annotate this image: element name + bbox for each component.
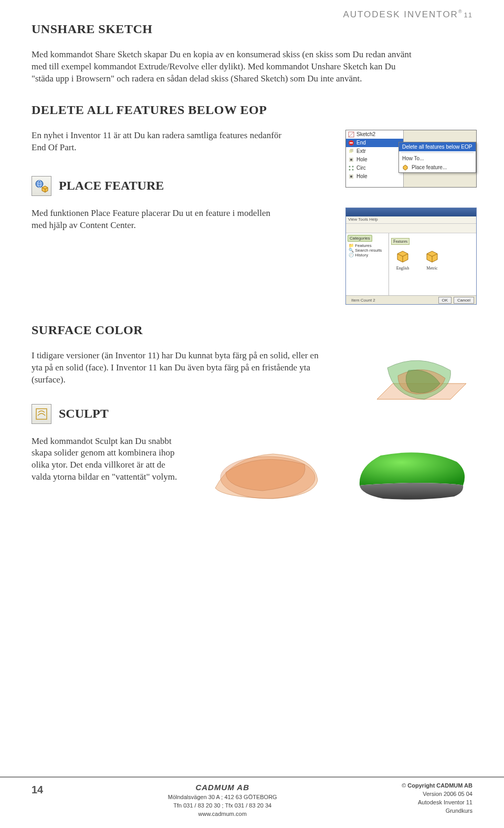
- context-menu: Delete all features below EOP How To... …: [398, 142, 476, 173]
- svg-rect-3: [350, 142, 353, 143]
- menu-label: How To...: [402, 156, 424, 161]
- footer-url: www.cadmum.com: [168, 810, 277, 819]
- svg-point-9: [352, 165, 354, 167]
- menu-item-delete-below-eop[interactable]: Delete all features below EOP: [399, 142, 476, 151]
- menu-item-place-feature[interactable]: Place feature...: [399, 163, 476, 172]
- brand-name: AUTODESK INVENTOR: [343, 9, 458, 19]
- sculpt-input-illustration: [205, 436, 326, 504]
- menu-label: Place feature...: [412, 164, 447, 170]
- place-feature-icon: [402, 164, 408, 171]
- folder-label: English: [395, 266, 410, 271]
- copyright-text: Copyright CADMUM AB: [407, 782, 472, 789]
- section-place-feature: PLACE FEATURE Med funktionen Place Featu…: [32, 176, 472, 307]
- item-count-label: Item Count 2: [351, 298, 375, 303]
- place-feature-toolbar-icon: [32, 176, 51, 196]
- tree-row: Hole: [346, 156, 403, 164]
- tree-label: Hole: [356, 157, 368, 162]
- heading-unshare-sketch: UNSHARE SKETCH: [32, 22, 472, 36]
- pattern-icon: [348, 165, 354, 171]
- sculpt-result-illustration: [346, 436, 472, 504]
- stop-icon: [348, 140, 354, 146]
- tree-label: End: [356, 140, 366, 146]
- body-surface-color: I tidigare versioner (än Inventor 11) ha…: [32, 350, 326, 386]
- features-tab[interactable]: Features: [391, 238, 410, 245]
- heading-surface-color: SURFACE COLOR: [32, 323, 472, 337]
- footer-version: Version 2006 05 04: [402, 790, 472, 799]
- cube-icon: [395, 249, 410, 264]
- page-number: 14: [32, 782, 43, 796]
- menu-item-how-to[interactable]: How To...: [399, 154, 476, 163]
- dialog-toolbar: [346, 224, 476, 233]
- tree-item-history[interactable]: 🕘 History: [349, 253, 387, 257]
- folder-english[interactable]: English: [395, 249, 410, 271]
- menu-separator: [401, 152, 474, 153]
- svg-point-8: [349, 165, 351, 167]
- section-surface-color: SURFACE COLOR I tidigare versioner (än I…: [32, 323, 472, 386]
- dialog-tree-panel: Categories 📁 Features 🔍 Search results 🕘…: [346, 233, 389, 295]
- heading-place-feature: PLACE FEATURE: [59, 179, 164, 193]
- body-unshare-sketch: Med kommandot Share Sketch skapar Du en …: [32, 49, 415, 85]
- section-delete-eop: DELETE ALL FEATURES BELOW EOP En nyhet i…: [32, 103, 472, 154]
- svg-point-14: [36, 180, 43, 188]
- sketch-icon: [348, 131, 354, 138]
- product-header: AUTODESK INVENTOR®11: [343, 9, 472, 20]
- ok-button[interactable]: OK: [438, 297, 452, 304]
- section-unshare-sketch: UNSHARE SKETCH Med kommandot Share Sketc…: [32, 22, 472, 85]
- content-center-dialog: View Tools Help Categories 📁 Features 🔍 …: [345, 208, 477, 305]
- menu-label: Delete all features below EOP: [402, 144, 472, 150]
- dialog-footer: Item Count 2 OK Cancel: [346, 295, 476, 305]
- footer-right: © Copyright CADMUM AB Version 2006 05 04…: [402, 782, 472, 815]
- tree-item-label: Features: [355, 243, 372, 248]
- categories-tab[interactable]: Categories: [348, 235, 372, 242]
- tree-row: Circ: [346, 164, 403, 172]
- footer-address: Mölndalsvägen 30 A ; 412 63 GÖTEBORG: [168, 793, 277, 802]
- tree-item-search[interactable]: 🔍 Search results: [349, 248, 387, 253]
- cancel-button[interactable]: Cancel: [454, 297, 474, 304]
- page-footer: 14 CADMUM AB Mölndalsvägen 30 A ; 412 63…: [0, 777, 504, 828]
- dialog-titlebar: [346, 208, 476, 216]
- footer-phone: Tfn 031 / 83 20 30 ; Tfx 031 / 83 20 34: [168, 802, 277, 810]
- globe-cube-icon: [35, 179, 48, 193]
- svg-point-11: [352, 169, 354, 170]
- body-sculpt: Med kommandot Sculpt kan Du snabbt skapa…: [32, 436, 184, 484]
- sculpt-icon: [35, 407, 48, 421]
- hole-icon: [348, 157, 354, 163]
- dialog-menubar: View Tools Help: [346, 216, 476, 224]
- tree-label: Circ: [356, 165, 366, 171]
- sculpt-toolbar-icon: [32, 404, 51, 424]
- svg-rect-16: [36, 409, 47, 419]
- tree-item-label: History: [355, 253, 368, 257]
- body-place-feature: Med funktionen Place Feature placerar Du…: [32, 208, 284, 232]
- heading-sculpt: SCULPT: [59, 407, 109, 421]
- svg-point-10: [349, 169, 351, 170]
- svg-line-1: [349, 132, 354, 137]
- cube-icon: [425, 249, 439, 264]
- body-delete-eop: En nyhet i Inventor 11 är att Du kan rad…: [32, 130, 284, 154]
- svg-point-7: [350, 159, 352, 161]
- brand-version: 11: [464, 11, 472, 19]
- folder-metric[interactable]: Metric: [425, 249, 439, 271]
- section-sculpt: SCULPT Med kommandot Sculpt kan Du snabb…: [32, 404, 472, 504]
- tree-item-features[interactable]: 📁 Features: [349, 243, 387, 248]
- svg-rect-5: [350, 149, 353, 152]
- tree-row: Extr: [346, 147, 403, 156]
- footer-product: Autodesk Inventor 11: [402, 799, 472, 807]
- tree-label: Sketch2: [356, 131, 375, 137]
- tree-row: Sketch2: [346, 130, 403, 139]
- copyright-symbol: ©: [402, 782, 406, 789]
- dialog-content-panel: Features English Metric: [389, 233, 476, 295]
- extrude-icon: [348, 148, 354, 154]
- footer-center: CADMUM AB Mölndalsvägen 30 A ; 412 63 GÖ…: [168, 782, 277, 819]
- registered-mark: ®: [458, 9, 463, 14]
- footer-brand: CADMUM AB: [168, 782, 277, 793]
- tree-item-label: Search results: [355, 248, 382, 253]
- folder-label: Metric: [425, 266, 439, 271]
- tree-row-selected: End: [346, 139, 403, 147]
- heading-delete-eop: DELETE ALL FEATURES BELOW EOP: [32, 103, 472, 117]
- tree-label: Extr: [356, 148, 366, 154]
- footer-course: Grundkurs: [402, 807, 472, 815]
